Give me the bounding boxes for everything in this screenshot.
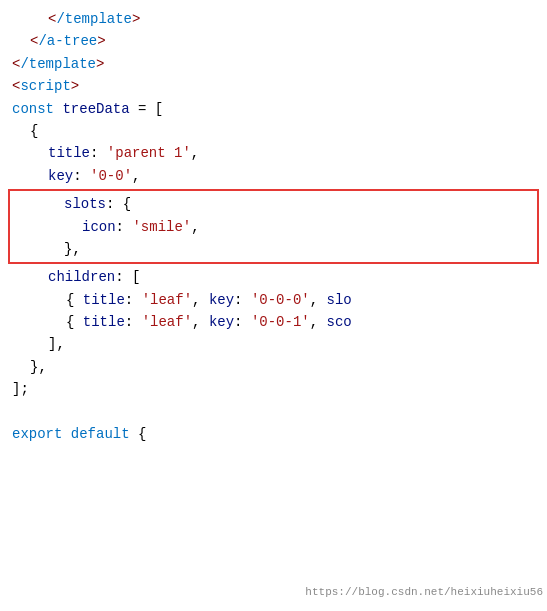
brace-open: {	[138, 423, 146, 445]
angle-bracket: <	[48, 8, 56, 30]
code-line-8: key: '0-0',	[0, 165, 547, 187]
code-line-export: export default {	[0, 423, 547, 445]
close-tag: /a-tree	[38, 30, 97, 52]
code-line-7: title: 'parent 1',	[0, 142, 547, 164]
prop-icon: icon	[82, 216, 116, 238]
const-keyword: const	[12, 98, 62, 120]
prop-title2: title	[83, 289, 125, 311]
code-line-icon: icon: 'smile',	[14, 216, 533, 238]
code-line-array-close: ],	[0, 333, 547, 355]
colon: :	[73, 165, 90, 187]
colon: :	[116, 216, 133, 238]
colon: :	[125, 311, 142, 333]
bracket-end: ];	[12, 378, 29, 400]
comma: ,	[310, 289, 327, 311]
string-smile: 'smile'	[132, 216, 191, 238]
angle-bracket: >	[96, 53, 104, 75]
prop-title3: title	[83, 311, 125, 333]
angle-bracket: >	[97, 30, 105, 52]
code-line-child1: { title: 'leaf', key: '0-0-0', slo	[0, 289, 547, 311]
code-line-3: </template>	[0, 53, 547, 75]
code-line-child2: { title: 'leaf', key: '0-0-1', sco	[0, 311, 547, 333]
var-name: treeData	[62, 98, 129, 120]
export-keyword: export default	[12, 423, 138, 445]
code-line-4: <script>	[0, 75, 547, 97]
prop-key3: key	[209, 311, 234, 333]
brace-open: {	[30, 120, 38, 142]
string-leaf2: 'leaf'	[142, 311, 192, 333]
code-line-slots-open: slots: {	[14, 193, 533, 215]
code-line-6: {	[0, 120, 547, 142]
string-key2: '0-0-0'	[251, 289, 310, 311]
comma: ,	[191, 216, 199, 238]
comma: ,	[192, 311, 209, 333]
angle-bracket: <	[12, 53, 20, 75]
comma: ,	[191, 142, 199, 164]
angle-bracket: >	[71, 75, 79, 97]
bracket-close: ],	[48, 333, 65, 355]
prop-sco: sco	[327, 311, 352, 333]
angle-bracket: <	[30, 30, 38, 52]
colon: :	[90, 142, 107, 164]
colon: :	[234, 289, 251, 311]
code-line-obj-close: },	[0, 356, 547, 378]
brace-open: {	[66, 289, 83, 311]
code-line-2: </a-tree>	[0, 30, 547, 52]
watermark: https://blog.csdn.net/heixiuheixiu56	[301, 583, 547, 603]
code-line-arr-end: ];	[0, 378, 547, 400]
angle-bracket: >	[132, 8, 140, 30]
string-key: '0-0'	[90, 165, 132, 187]
colon: : {	[106, 193, 131, 215]
brace-open: {	[66, 311, 83, 333]
colon: :	[234, 311, 251, 333]
prop-key: key	[48, 165, 73, 187]
code-line-children: children: [	[0, 266, 547, 288]
code-line-1: </template>	[0, 8, 547, 30]
prop-slo: slo	[327, 289, 352, 311]
comma: ,	[192, 289, 209, 311]
close-tag: /template	[20, 53, 96, 75]
close-tag: /template	[56, 8, 132, 30]
code-line-5: const treeData = [	[0, 98, 547, 120]
punct: = [	[130, 98, 164, 120]
code-viewer: </template> </a-tree> </template> <scrip…	[0, 0, 547, 611]
prop-title: title	[48, 142, 90, 164]
prop-children: children	[48, 266, 115, 288]
code-line-slots-close: },	[14, 238, 533, 260]
angle-bracket: <	[12, 75, 20, 97]
colon: :	[125, 289, 142, 311]
highlight-box: slots: { icon: 'smile', },	[8, 189, 539, 264]
script-tag: script	[20, 75, 70, 97]
comma: ,	[132, 165, 140, 187]
colon: : [	[115, 266, 140, 288]
string-key3: '0-0-1'	[251, 311, 310, 333]
brace-close: },	[30, 356, 47, 378]
prop-slots: slots	[64, 193, 106, 215]
prop-key2: key	[209, 289, 234, 311]
brace-close: },	[64, 238, 81, 260]
string-parent1: 'parent 1'	[107, 142, 191, 164]
comma: ,	[310, 311, 327, 333]
code-line-blank	[0, 401, 547, 423]
string-leaf1: 'leaf'	[142, 289, 192, 311]
